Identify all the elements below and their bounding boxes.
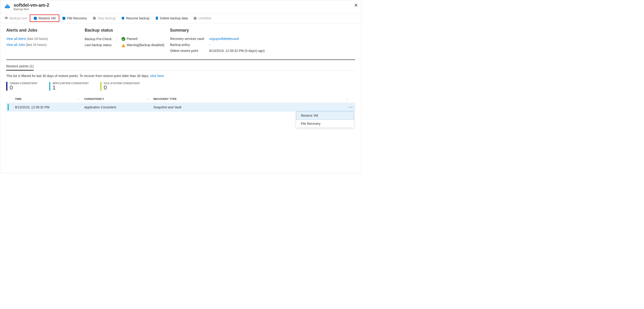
click-here-link[interactable]: click here. xyxy=(150,74,165,78)
col-recovery-type[interactable]: RECOVERY TYPE↑↓ xyxy=(154,98,355,100)
undo-icon xyxy=(193,16,197,20)
restore-vm-button[interactable]: Restore VM xyxy=(30,14,59,22)
check-icon xyxy=(122,37,125,41)
sort-icon: ↑↓ xyxy=(346,98,348,100)
tab-strip: Restore points (1) xyxy=(6,62,355,71)
policy-label: Backup policy xyxy=(170,43,209,46)
undo-icon xyxy=(34,16,37,20)
stat-file-system-consistent: FILE-SYSTEM CONSISTENT 0 xyxy=(100,82,140,90)
backup-status-heading: Backup status xyxy=(85,28,170,33)
menu-restore-vm[interactable]: Restore VM xyxy=(296,112,354,120)
backup-item-blade: softdel-vm-am-2 Backup Item ✕ Backup now… xyxy=(0,0,362,173)
last-24-label: (last 24 hours) xyxy=(27,37,48,40)
sort-icon: ↑↓ xyxy=(146,98,149,100)
table-row[interactable]: 8/13/2019, 12:39:32 PM Application Consi… xyxy=(6,103,355,112)
grid-header: TIME↑↓ CONSISTENCY↑↓ RECOVERY TYPE↑↓ xyxy=(6,95,355,103)
sort-icon: ↑↓ xyxy=(77,98,80,100)
refresh-icon xyxy=(121,16,125,20)
trash-icon xyxy=(155,16,159,20)
row-context-menu: Restore VM File Recovery xyxy=(296,112,354,128)
precheck-value: Passed xyxy=(127,37,138,40)
block-icon xyxy=(92,16,96,20)
consistency-stats: CRASH CONSISTENT 0 APPLICATION CONSISTEN… xyxy=(6,82,355,90)
cloud-icon xyxy=(4,4,11,9)
undo-icon xyxy=(62,16,66,20)
blade-header: softdel-vm-am-2 Backup Item ✕ xyxy=(0,0,361,12)
menu-file-recovery[interactable]: File Recovery xyxy=(296,120,354,128)
close-icon[interactable]: ✕ xyxy=(354,2,358,8)
backup-status-section: Backup status Backup Pre-Check Passed La… xyxy=(85,28,170,55)
toolbar: Backup now Restore VM File Recovery Stop… xyxy=(0,13,361,23)
page-title: softdel-vm-am-2 xyxy=(14,2,49,8)
content: Alerts and Jobs View all Alerts (last 24… xyxy=(0,23,361,116)
oldest-value: 8/13/2019, 12:39:32 PM (9 day(s) ago) xyxy=(209,49,355,52)
stop-backup-button: Stop backup xyxy=(90,15,118,22)
view-all-alerts-link[interactable]: View all Alerts xyxy=(6,37,26,40)
cloud-up-icon xyxy=(4,16,8,20)
col-time[interactable]: TIME↑↓ xyxy=(15,98,84,100)
undelete-button: Undelete xyxy=(190,15,214,22)
info-columns: Alerts and Jobs View all Alerts (last 24… xyxy=(6,28,355,55)
alerts-jobs-heading: Alerts and Jobs xyxy=(6,28,85,33)
alerts-jobs-section: Alerts and Jobs View all Alerts (last 24… xyxy=(6,28,85,55)
cell-recovery-type: Snapshot and Vault xyxy=(154,106,355,109)
view-all-jobs-link[interactable]: View all Jobs xyxy=(6,43,25,46)
resume-backup-button[interactable]: Resume backup xyxy=(118,15,152,22)
stat-crash-consistent: CRASH CONSISTENT 0 xyxy=(6,82,38,90)
row-more-button[interactable]: ··· xyxy=(349,106,353,109)
row-accent xyxy=(8,104,9,110)
filter-note: This list is filtered for last 30 days o… xyxy=(6,74,355,78)
policy-link[interactable]: - xyxy=(209,43,355,46)
separator xyxy=(6,60,355,60)
cell-time: 8/13/2019, 12:39:32 PM xyxy=(15,106,84,109)
delete-backup-data-button[interactable]: Delete backup data xyxy=(152,15,191,22)
last-status-value: Warning(Backup disabled) xyxy=(127,43,164,47)
col-consistency[interactable]: CONSISTENCY↑↓ xyxy=(84,98,154,100)
stat-application-consistent: APPLICATION CONSISTENT 1 xyxy=(49,82,89,90)
page-subtitle: Backup Item xyxy=(14,8,49,11)
oldest-label: Oldest restore point xyxy=(170,49,209,52)
precheck-label: Backup Pre-Check xyxy=(85,37,122,41)
backup-now-button: Backup now xyxy=(2,15,30,22)
summary-section: Summary Recovery services vault sogupsof… xyxy=(170,28,355,55)
vault-label: Recovery services vault xyxy=(170,37,209,40)
tab-restore-points[interactable]: Restore points (1) xyxy=(6,62,34,70)
cell-consistency: Application Consistent xyxy=(84,106,154,109)
last-24-label: (last 24 hours) xyxy=(26,43,46,46)
file-recovery-button[interactable]: File Recovery xyxy=(59,15,90,22)
summary-heading: Summary xyxy=(170,28,355,33)
last-status-label: Last backup status xyxy=(85,43,122,47)
warning-icon xyxy=(122,44,125,47)
vault-link[interactable]: sogupsoftdeletevault xyxy=(209,37,355,40)
